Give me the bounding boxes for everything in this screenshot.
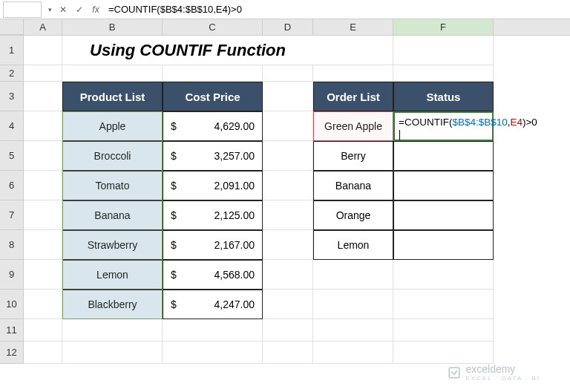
cell-A3[interactable] bbox=[24, 82, 62, 111]
cell-D5[interactable] bbox=[263, 141, 313, 171]
cost-cell[interactable]: $2,167.00 bbox=[163, 230, 263, 260]
currency-symbol: $ bbox=[171, 209, 177, 221]
col-header-E[interactable]: E bbox=[313, 19, 393, 35]
cell-D10[interactable] bbox=[263, 290, 313, 319]
cost-cell[interactable]: $4,247.00 bbox=[163, 290, 263, 319]
cell-E11[interactable] bbox=[313, 319, 393, 342]
cell-C12[interactable] bbox=[163, 342, 263, 364]
cell-E1[interactable] bbox=[313, 36, 393, 65]
product-cell[interactable]: Tomato bbox=[62, 171, 163, 200]
cancel-icon[interactable]: ✕ bbox=[55, 1, 71, 18]
cell-A2[interactable] bbox=[24, 65, 62, 82]
select-all-corner[interactable] bbox=[0, 19, 24, 35]
status-cell[interactable] bbox=[393, 230, 494, 260]
cell-A9[interactable] bbox=[24, 260, 62, 290]
cell-F10[interactable] bbox=[393, 290, 494, 319]
cell-A4[interactable] bbox=[24, 111, 62, 141]
cell-D2[interactable] bbox=[263, 65, 313, 82]
header-cost[interactable]: Cost Price bbox=[163, 82, 263, 111]
order-cell[interactable]: Orange bbox=[313, 200, 393, 230]
header-status[interactable]: Status bbox=[393, 82, 494, 111]
cell-B11[interactable] bbox=[62, 319, 163, 342]
product-cell[interactable]: Apple bbox=[62, 111, 163, 141]
status-cell[interactable] bbox=[393, 200, 494, 230]
title-cell[interactable]: Using COUNTIF Function bbox=[62, 36, 313, 65]
product-cell[interactable]: Lemon bbox=[62, 260, 163, 290]
order-cell[interactable]: Banana bbox=[313, 171, 393, 200]
price-value: 3,257.00 bbox=[214, 150, 255, 162]
product-cell[interactable]: Strawberry bbox=[62, 230, 163, 260]
cell-A12[interactable] bbox=[24, 342, 62, 364]
row-header-11[interactable]: 11 bbox=[0, 319, 24, 342]
cell-D3[interactable] bbox=[263, 82, 313, 111]
cell-D11[interactable] bbox=[263, 319, 313, 342]
row-header-4[interactable]: 4 bbox=[0, 111, 24, 141]
order-cell[interactable]: Green Apple bbox=[313, 111, 393, 141]
watermark-sub: EXCEL · DATA · BI bbox=[465, 375, 540, 382]
product-cell[interactable]: Broccoli bbox=[62, 141, 163, 171]
col-header-B[interactable]: B bbox=[62, 19, 163, 35]
cell-F2[interactable] bbox=[393, 65, 494, 82]
row-header-2[interactable]: 2 bbox=[0, 65, 24, 82]
cell-A11[interactable] bbox=[24, 319, 62, 342]
cell-E10[interactable] bbox=[313, 290, 393, 319]
name-box[interactable] bbox=[3, 1, 42, 18]
row-header-10[interactable]: 10 bbox=[0, 290, 24, 319]
row-header-1[interactable]: 1 bbox=[0, 36, 24, 65]
cell-F11[interactable] bbox=[393, 319, 494, 342]
cell-B12[interactable] bbox=[62, 342, 163, 364]
cell-C11[interactable] bbox=[163, 319, 263, 342]
cell-F1[interactable] bbox=[393, 36, 494, 65]
name-box-arrow-icon[interactable]: ▾ bbox=[45, 6, 55, 13]
header-order[interactable]: Order List bbox=[313, 82, 393, 111]
cell-D7[interactable] bbox=[263, 200, 313, 230]
cost-cell[interactable]: $3,257.00 bbox=[163, 141, 263, 171]
product-cell[interactable]: Blackberry bbox=[62, 290, 163, 319]
cell-A10[interactable] bbox=[24, 290, 62, 319]
cost-cell[interactable]: $4,568.00 bbox=[163, 260, 263, 290]
row-header-9[interactable]: 9 bbox=[0, 260, 24, 290]
cell-D12[interactable] bbox=[263, 342, 313, 364]
cell-C2[interactable] bbox=[163, 65, 263, 82]
cell-E9[interactable] bbox=[313, 260, 393, 290]
col-header-D[interactable]: D bbox=[263, 19, 313, 35]
order-cell[interactable]: Berry bbox=[313, 141, 393, 171]
cell-A1[interactable] bbox=[24, 36, 62, 65]
cell-A5[interactable] bbox=[24, 141, 62, 171]
row-header-3[interactable]: 3 bbox=[0, 82, 24, 111]
cell-F12[interactable] bbox=[393, 342, 494, 364]
cell-E2[interactable] bbox=[313, 65, 393, 82]
status-cell[interactable] bbox=[393, 141, 494, 171]
cell-D6[interactable] bbox=[263, 171, 313, 200]
cost-cell[interactable]: $2,125.00 bbox=[163, 200, 263, 230]
watermark-brand: exceldemy bbox=[465, 363, 540, 375]
col-header-C[interactable]: C bbox=[163, 19, 263, 35]
cell-A8[interactable] bbox=[24, 230, 62, 260]
row-header-7[interactable]: 7 bbox=[0, 200, 24, 230]
fx-icon[interactable]: fx bbox=[88, 4, 104, 15]
row-header-6[interactable]: 6 bbox=[0, 171, 24, 200]
cell-F9[interactable] bbox=[393, 260, 494, 290]
status-cell-active[interactable] bbox=[393, 111, 494, 141]
cell-B2[interactable] bbox=[62, 65, 163, 82]
row-header-5[interactable]: 5 bbox=[0, 141, 24, 171]
cost-cell[interactable]: $4,629.00 bbox=[163, 111, 263, 141]
cell-E12[interactable] bbox=[313, 342, 393, 364]
order-cell[interactable]: Lemon bbox=[313, 230, 393, 260]
cost-cell[interactable]: $2,091.00 bbox=[163, 171, 263, 200]
row-header-8[interactable]: 8 bbox=[0, 230, 24, 260]
cell-D8[interactable] bbox=[263, 230, 313, 260]
product-cell[interactable]: Banana bbox=[62, 200, 163, 230]
confirm-icon[interactable]: ✓ bbox=[71, 1, 88, 18]
cell-A6[interactable] bbox=[24, 171, 62, 200]
header-product[interactable]: Product List bbox=[62, 82, 163, 111]
formula-input[interactable]: =COUNTIF($B$4:$B$10,E4)>0 bbox=[104, 2, 570, 16]
currency-symbol: $ bbox=[171, 239, 177, 251]
col-header-A[interactable]: A bbox=[24, 19, 62, 35]
row-header-12[interactable]: 12 bbox=[0, 342, 24, 364]
cell-D4[interactable] bbox=[263, 111, 313, 141]
cell-A7[interactable] bbox=[24, 200, 62, 230]
status-cell[interactable] bbox=[393, 171, 494, 200]
cell-D9[interactable] bbox=[263, 260, 313, 290]
col-header-F[interactable]: F bbox=[393, 19, 494, 35]
